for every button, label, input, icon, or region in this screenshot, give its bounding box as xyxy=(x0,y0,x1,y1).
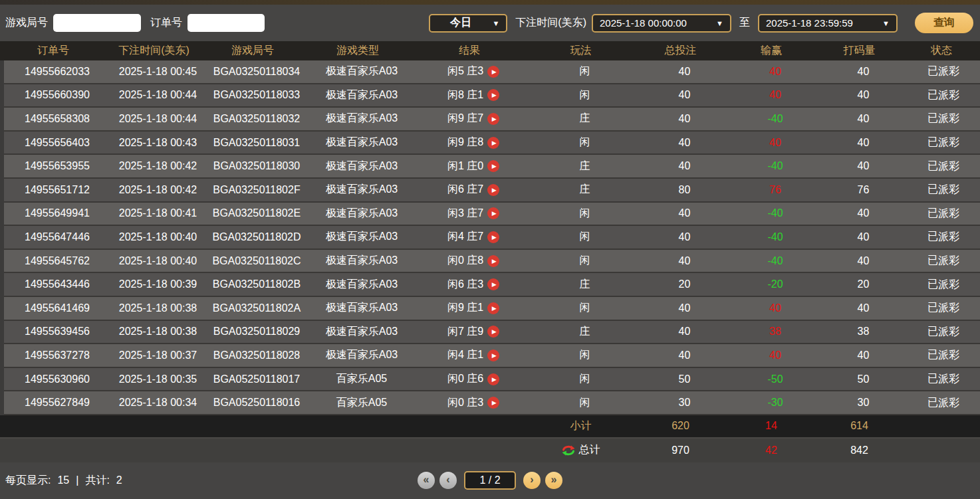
date-range-select[interactable]: 今日 ▼ xyxy=(429,14,507,33)
cell-game-type: 极速百家乐A03 xyxy=(308,348,416,362)
play-video-icon[interactable]: ▶ xyxy=(487,255,499,267)
cell-total-bet: 40 xyxy=(638,113,731,125)
cell-order-no: 14955656403 xyxy=(4,137,110,149)
cell-game-round: BGA0325011802F xyxy=(205,184,308,196)
play-video-icon[interactable]: ▶ xyxy=(487,160,499,172)
cell-status: 已派彩 xyxy=(907,88,980,102)
cell-bet-type: 庄 xyxy=(531,159,638,173)
cell-turnover: 30 xyxy=(820,397,907,409)
cell-game-round: BGA03250118032 xyxy=(205,113,308,125)
result-text: 闲5 庄3 xyxy=(447,64,483,78)
cell-status: 已派彩 xyxy=(907,348,980,362)
cell-turnover: 38 xyxy=(820,326,907,338)
header-result: 结果 xyxy=(412,44,527,58)
cell-win-loss: 40 xyxy=(731,302,820,314)
cell-total-bet: 40 xyxy=(638,326,731,338)
cell-result: 闲9 庄8 ▶ xyxy=(416,136,531,150)
cell-turnover: 40 xyxy=(820,255,907,267)
play-video-icon[interactable]: ▶ xyxy=(487,326,499,338)
cell-game-type: 极速百家乐A03 xyxy=(308,325,416,339)
last-page-button[interactable]: » xyxy=(545,472,562,489)
cell-status: 已派彩 xyxy=(907,159,980,173)
cell-bet-type: 闲 xyxy=(531,348,638,362)
play-video-icon[interactable]: ▶ xyxy=(487,137,499,149)
play-video-icon[interactable]: ▶ xyxy=(487,207,499,219)
first-page-button[interactable]: « xyxy=(418,472,435,489)
cell-status: 已派彩 xyxy=(907,136,980,150)
cell-status: 已派彩 xyxy=(907,254,980,268)
table-body: 14955662033 2025-1-18 00:45 BGA032501180… xyxy=(0,60,980,415)
cell-bet-type: 庄 xyxy=(531,325,638,339)
header-game-round: 游戏局号 xyxy=(201,44,304,58)
game-round-label: 游戏局号 xyxy=(5,16,48,30)
per-page-label: 每页显示: xyxy=(5,474,51,488)
cell-result: 闲3 庄7 ▶ xyxy=(416,207,531,221)
cell-win-loss: 40 xyxy=(731,89,820,101)
cell-bet-type: 闲 xyxy=(531,372,638,386)
cell-win-loss: -30 xyxy=(731,397,820,409)
table-row: 14955649941 2025-1-18 00:41 BGA032501180… xyxy=(4,203,980,227)
header-game-type: 游戏类型 xyxy=(304,44,412,58)
cell-result: 闲0 庄8 ▶ xyxy=(416,254,531,268)
end-time-select[interactable]: 2025-1-18 23:59:59 ▼ xyxy=(758,14,898,33)
search-button[interactable]: 查询 xyxy=(915,13,973,33)
cell-game-type: 极速百家乐A03 xyxy=(308,64,416,78)
result-text: 闲9 庄8 xyxy=(447,136,483,150)
top-accent-strip xyxy=(0,0,980,5)
game-round-input[interactable] xyxy=(53,14,141,32)
cell-game-type: 极速百家乐A03 xyxy=(308,159,416,173)
chevron-down-icon: ▼ xyxy=(882,19,890,27)
header-bet-type: 玩法 xyxy=(527,44,634,58)
play-video-icon[interactable]: ▶ xyxy=(487,349,499,361)
start-time-select[interactable]: 2025-1-18 00:00:00 ▼ xyxy=(592,14,731,33)
cell-result: 闲9 庄7 ▶ xyxy=(416,112,531,126)
subtotal-total-bet: 620 xyxy=(634,420,727,432)
result-text: 闲0 庄6 xyxy=(447,372,483,386)
cell-game-round: BGA0325011802D xyxy=(205,231,308,243)
cell-order-no: 14955643446 xyxy=(4,278,110,290)
cell-bet-time: 2025-1-18 00:37 xyxy=(110,349,205,361)
cell-bet-type: 闲 xyxy=(531,64,638,78)
total-win-loss: 42 xyxy=(727,445,816,456)
cell-bet-type: 闲 xyxy=(531,88,638,102)
cell-bet-type: 闲 xyxy=(531,254,638,268)
subtotal-turnover: 614 xyxy=(816,420,903,432)
table-row: 14955643446 2025-1-18 00:39 BGA032501180… xyxy=(4,273,980,297)
page-info: 每页显示: 15 | 共计: 2 xyxy=(5,474,122,488)
play-video-icon[interactable]: ▶ xyxy=(487,113,499,125)
cell-bet-type: 闲 xyxy=(531,301,638,315)
total-label-cell: 总计 xyxy=(527,443,634,457)
play-video-icon[interactable]: ▶ xyxy=(487,373,499,385)
play-video-icon[interactable]: ▶ xyxy=(487,397,499,409)
play-video-icon[interactable]: ▶ xyxy=(487,278,499,290)
header-order-no: 订单号 xyxy=(0,44,106,58)
cell-turnover: 40 xyxy=(820,302,907,314)
cell-game-type: 极速百家乐A03 xyxy=(308,88,416,102)
play-video-icon[interactable]: ▶ xyxy=(487,184,499,196)
cell-order-no: 14955649941 xyxy=(4,207,110,219)
cell-total-bet: 40 xyxy=(638,137,731,149)
next-page-button[interactable]: › xyxy=(523,472,541,489)
play-video-icon[interactable]: ▶ xyxy=(487,231,499,243)
cell-game-type: 百家乐A05 xyxy=(308,372,416,386)
chevron-down-icon: ▼ xyxy=(716,19,723,27)
cell-total-bet: 40 xyxy=(638,255,731,267)
cell-game-round: BGA03250118031 xyxy=(205,137,308,149)
refresh-icon[interactable] xyxy=(562,444,575,457)
total-total-bet: 970 xyxy=(634,445,727,456)
cell-total-bet: 40 xyxy=(638,349,731,361)
cell-win-loss: -40 xyxy=(731,231,820,243)
play-video-icon[interactable]: ▶ xyxy=(487,302,499,314)
cell-game-round: BGA0325011802B xyxy=(205,278,308,290)
cell-game-type: 极速百家乐A03 xyxy=(308,136,416,150)
play-video-icon[interactable]: ▶ xyxy=(487,89,499,101)
prev-page-button[interactable]: ‹ xyxy=(439,472,457,489)
cell-bet-time: 2025-1-18 00:34 xyxy=(110,397,205,409)
play-video-icon[interactable]: ▶ xyxy=(487,66,499,78)
cell-status: 已派彩 xyxy=(907,230,980,244)
cell-turnover: 40 xyxy=(820,89,907,101)
order-no-input[interactable] xyxy=(187,14,265,32)
cell-game-round: BGA03250118033 xyxy=(205,89,308,101)
cell-order-no: 14955647446 xyxy=(4,231,110,243)
table-row: 14955630960 2025-1-18 00:35 BGA052501180… xyxy=(4,368,980,392)
